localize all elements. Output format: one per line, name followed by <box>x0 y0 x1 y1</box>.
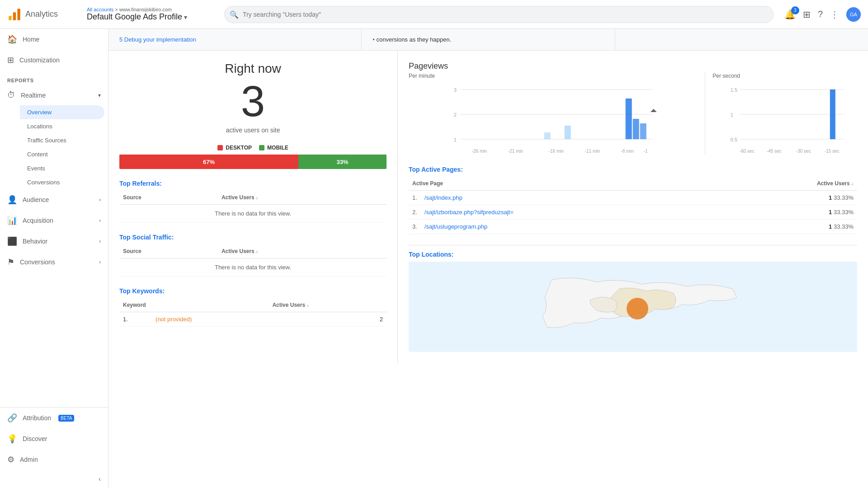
notifications-button[interactable]: 🔔 3 <box>784 9 796 20</box>
keyword-link[interactable]: (not provided) <box>156 316 192 323</box>
main-content: 5 Debug your implementation • conversion… <box>108 29 868 488</box>
search-icon: 🔍 <box>230 10 239 19</box>
desktop-color-swatch <box>217 145 223 150</box>
referrals-users-col: Active Users ↓ <box>218 191 387 205</box>
right-now-label: Right now <box>119 61 387 76</box>
map-container <box>409 262 857 352</box>
sidebar-bottom: 🔗 Attribution BETA 💡 Discover ⚙ Admin ‹ <box>0 407 108 488</box>
home-icon: 🏠 <box>7 34 17 44</box>
sort-arrow-social-icon: ↓ <box>256 249 258 254</box>
debug-link[interactable]: Debug your implementation <box>124 36 196 43</box>
svg-rect-11 <box>565 126 571 139</box>
breadcrumb-link[interactable]: All accounts <box>87 7 113 12</box>
active-label: active users on site <box>119 127 387 134</box>
audience-icon: 👤 <box>7 195 17 205</box>
keywords-users-col: Active Users ↓ <box>269 298 387 312</box>
table-row: 3./sajt/uslugeprogram.php1 33.33% <box>409 220 857 234</box>
sidebar-customization-label: Customization <box>19 56 60 64</box>
sidebar-realtime-label: Realtime <box>21 92 46 99</box>
svg-text:-45 sec: -45 sec <box>767 149 782 154</box>
sidebar-item-audience[interactable]: 👤 Audience › <box>0 189 108 210</box>
search-input[interactable] <box>224 6 774 23</box>
page-link[interactable]: /sajt/izborbaze.php?sifpreduzsajt= <box>425 209 514 216</box>
reports-section-label: REPORTS <box>0 70 108 85</box>
mobile-legend: MOBILE <box>259 145 288 151</box>
page-link[interactable]: /sajt/index.php <box>425 194 462 201</box>
sidebar-item-acquisition[interactable]: 📊 Acquisition › <box>0 210 108 231</box>
svg-text:3: 3 <box>454 87 457 93</box>
active-page-col: Active Page <box>409 177 721 191</box>
chevron-down-icon: ▾ <box>184 14 187 21</box>
sidebar-item-customization[interactable]: ⊞ Customization <box>0 50 108 70</box>
sidebar-item-overview[interactable]: Overview <box>20 105 104 119</box>
admin-icon: ⚙ <box>7 455 14 465</box>
top-active-pages-section: Top Active Pages: Active Page Active Use… <box>409 166 857 234</box>
sidebar-item-content[interactable]: Content <box>20 147 108 161</box>
top-active-pages-title: Top Active Pages: <box>409 166 857 173</box>
sort-arrow-icon: ↓ <box>256 195 258 200</box>
profile-selector[interactable]: Default Google Ads Profile ▾ <box>87 12 213 22</box>
svg-text:GA: GA <box>850 12 858 17</box>
sidebar-item-locations[interactable]: Locations <box>20 119 108 133</box>
sidebar-item-conversions2[interactable]: ⚑ Conversions › <box>0 252 108 272</box>
social-source-col: Source <box>119 244 218 258</box>
more-button[interactable]: ⋮ <box>830 9 839 20</box>
customization-icon: ⊞ <box>7 55 14 65</box>
sidebar-collapse-button[interactable]: ‹ <box>0 470 108 488</box>
svg-text:-16 min: -16 min <box>549 149 564 154</box>
table-row: There is no data for this view. <box>119 205 387 223</box>
mobile-color-swatch <box>259 145 264 150</box>
top-keywords-table: Keyword Active Users ↓ 1.(not provided)2 <box>119 298 387 327</box>
active-count: 3 <box>119 80 387 123</box>
chevron-right-icon4: › <box>99 259 101 265</box>
charts-container: Per minute 3 2 1 <box>409 73 857 155</box>
svg-rect-15 <box>544 132 551 139</box>
svg-rect-29 <box>830 89 835 139</box>
per-second-chart-area: 1.5 1 0.5 -60 sec <box>712 83 857 155</box>
setup-cards: 5 Debug your implementation • conversion… <box>108 29 868 51</box>
social-users-col: Active Users ↓ <box>218 244 387 258</box>
sidebar-item-home[interactable]: 🏠 Home <box>0 29 108 50</box>
top-social-title: Top Social Traffic: <box>119 234 387 241</box>
sidebar-item-admin[interactable]: ⚙ Admin <box>0 449 108 470</box>
rt-right-panel: Pageviews Per minute 3 2 1 <box>398 51 868 363</box>
no-data-social: There is no data for this view. <box>119 258 387 277</box>
svg-text:-1: -1 <box>644 149 648 154</box>
no-data-referrals: There is no data for this view. <box>119 205 387 223</box>
pageviews-title: Pageviews <box>409 61 857 71</box>
device-bar: 67% 33% <box>119 155 387 169</box>
sidebar-home-label: Home <box>23 36 39 43</box>
sidebar-item-conversions[interactable]: Conversions <box>20 175 108 189</box>
top-active-pages-table: Active Page Active Users ↓ 1./sajt/index… <box>409 177 857 234</box>
apps-button[interactable]: ⊞ <box>803 9 811 20</box>
page-link[interactable]: /sajt/uslugeprogram.php <box>425 223 487 230</box>
svg-text:-60 sec: -60 sec <box>740 149 755 154</box>
top-referrals-title: Top Referrals: <box>119 180 387 187</box>
chevron-down-icon: ▾ <box>98 92 101 99</box>
breadcrumb-area: All accounts > www.finansijskibiro.com D… <box>87 7 213 22</box>
table-row: 1./sajt/index.php1 33.33% <box>409 191 857 205</box>
svg-text:1: 1 <box>454 137 457 142</box>
svg-rect-0 <box>9 16 11 20</box>
svg-rect-12 <box>626 99 632 139</box>
conversions-icon: ⚑ <box>7 257 14 267</box>
per-minute-chart-svg: 3 2 1 <box>409 83 698 155</box>
svg-text:-26 min: -26 min <box>472 149 487 154</box>
active-users-col: Active Users ↓ <box>721 177 857 191</box>
sidebar-attribution-label: Attribution <box>23 414 51 422</box>
attribution-beta-badge: BETA <box>58 415 74 422</box>
sidebar-item-attribution[interactable]: 🔗 Attribution BETA <box>0 408 108 428</box>
chevron-right-icon3: › <box>99 238 101 244</box>
sidebar-item-behavior[interactable]: ⬛ Behavior › <box>0 231 108 252</box>
sidebar-item-events[interactable]: Events <box>20 161 108 175</box>
sidebar-discover-label: Discover <box>23 435 47 442</box>
per-minute-label: Per minute <box>409 73 698 79</box>
sidebar-item-traffic-sources[interactable]: Traffic Sources <box>20 133 108 147</box>
desktop-pct: 67% <box>203 159 215 165</box>
sidebar-conversions2-label: Conversions <box>20 258 55 266</box>
avatar[interactable]: GA <box>846 7 861 22</box>
sidebar-item-discover[interactable]: 💡 Discover <box>0 428 108 449</box>
realtime-body: Right now 3 active users on site DESKTOP… <box>108 51 868 363</box>
sidebar-item-realtime[interactable]: ⏱ Realtime ▾ <box>0 85 108 105</box>
help-button[interactable]: ? <box>818 9 823 19</box>
